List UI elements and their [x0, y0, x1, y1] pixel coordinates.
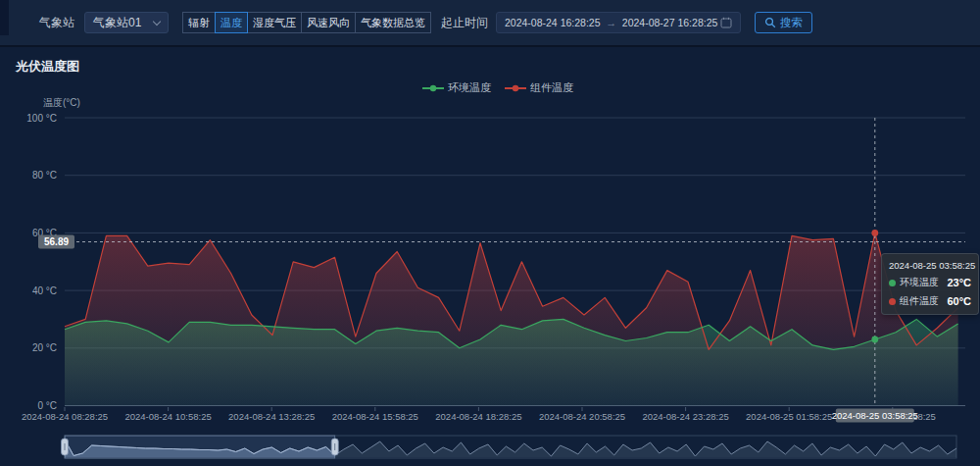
hover-marker-red	[871, 230, 878, 236]
legend-marker	[422, 84, 444, 92]
y-tick-label: 40 °C	[32, 285, 57, 296]
range-end-value: 2024-08-27 16:28:25	[622, 17, 718, 28]
chart-title: 光伏温度图	[16, 58, 79, 76]
y-axis-name: 温度(°C)	[43, 97, 80, 108]
station-select-value: 气象站01	[93, 15, 154, 31]
legend: 环境温度组件温度	[422, 80, 573, 95]
tab-气象数据总览[interactable]: 气象数据总览	[355, 12, 431, 33]
station-label: 气象站	[39, 15, 74, 31]
tab-辐射[interactable]: 辐射	[182, 12, 216, 33]
y-tick-label: 0 °C	[37, 400, 57, 411]
range-start-value: 2024-08-24 16:28:25	[505, 17, 601, 28]
metric-tabs: 辐射温度湿度气压风速风向气象数据总览	[183, 12, 431, 33]
x-tick-label: 2024-08-24 15:58:25	[332, 411, 418, 422]
x-tick-label: 2024-08-24 10:58:25	[124, 411, 211, 422]
x-tick-label: 2024-08-24 08:28:25	[22, 411, 108, 422]
legend-item-环境温度[interactable]: 环境温度	[422, 80, 491, 95]
search-icon	[764, 17, 776, 28]
y-pointer-label: 56.89	[44, 236, 69, 247]
tooltip-title: 2024-08-25 03:58:25	[889, 260, 971, 271]
hover-marker-green	[871, 337, 878, 343]
series-dot	[889, 298, 896, 305]
tooltip-series-name: 组件温度	[900, 294, 939, 308]
y-tick-label: 80 °C	[32, 170, 57, 181]
tooltip-series-name: 环境温度	[900, 276, 939, 289]
legend-label: 组件温度	[530, 80, 573, 95]
y-tick-label: 20 °C	[32, 342, 57, 353]
x-tick-label: 2024-08-24 18:28:25	[435, 411, 521, 422]
tab-湿度气压[interactable]: 湿度气压	[247, 12, 302, 33]
date-range-picker[interactable]: 2024-08-24 16:28:25 → 2024-08-27 16:28:2…	[496, 12, 741, 33]
series-dot	[889, 280, 896, 286]
temperature-chart[interactable]: 100 °C80 °C60 °C40 °C20 °C0 °C温度(°C)2024…	[0, 0, 980, 466]
tab-风速风向[interactable]: 风速风向	[301, 12, 356, 33]
arrow-right-icon: →	[603, 17, 619, 28]
search-button[interactable]: 搜索	[755, 12, 812, 33]
y-tick-label: 100 °C	[26, 113, 57, 124]
toolbar: 气象站 气象站01 辐射温度湿度气压风速风向气象数据总览 起止时间 2024-0…	[0, 0, 980, 47]
tooltip-row: 环境温度23°C	[889, 276, 971, 289]
x-tick-label: 2024-08-24 13:28:25	[228, 411, 315, 422]
sidebar-edge	[0, 0, 9, 35]
legend-label: 环境温度	[448, 80, 491, 95]
search-button-label: 搜索	[780, 16, 803, 30]
tooltip-series-value: 23°C	[947, 277, 971, 288]
chart-tooltip: 2024-08-25 03:58:25环境温度23°C组件温度60°C	[881, 253, 979, 315]
x-tick-label: 2024-08-24 23:28:25	[642, 411, 728, 422]
range-label: 起止时间	[441, 15, 488, 31]
tooltip-series-value: 60°C	[947, 295, 971, 307]
x-pointer-label: 2024-08-25 03:58:25	[832, 410, 918, 421]
x-tick-label: 2024-08-25 01:58:25	[746, 411, 832, 422]
x-tick-label: 2024-08-24 20:58:25	[539, 411, 625, 422]
chevron-down-icon	[153, 17, 161, 25]
tab-温度[interactable]: 温度	[215, 12, 248, 33]
station-select[interactable]: 气象站01	[84, 12, 169, 33]
legend-marker	[505, 84, 526, 92]
calendar-icon	[720, 17, 732, 28]
datazoom-window[interactable]	[65, 436, 335, 458]
tooltip-row: 组件温度60°C	[889, 294, 971, 308]
legend-item-组件温度[interactable]: 组件温度	[505, 80, 573, 95]
